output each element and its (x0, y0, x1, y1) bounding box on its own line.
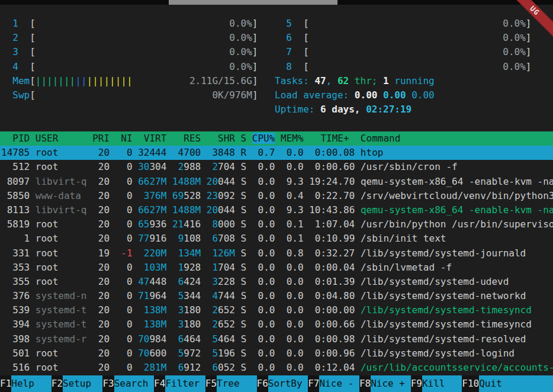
text-segment: 052 S 0.0 0.0 0:12.04 (218, 362, 361, 373)
process-row-376[interactable]: 376 systemd-n 20 0 71964 5344 4744 S 0.0… (0, 289, 553, 303)
text-segment: S 0.0 0.8 0:32.27 /lib/systemd/systemd-j… (235, 248, 526, 259)
column-header-sort-cpu[interactable]: CPU% (252, 133, 275, 144)
text-segment: 708 S 0.0 0.1 0:10.99 /sbin/init text (218, 233, 446, 244)
text-segment: 912 (184, 362, 212, 373)
column-headers[interactable]: PID USER PRI NI VIRT RES SHR S (1, 133, 252, 144)
text-segment: 0.0% (503, 18, 526, 29)
text-segment: 0.0% (229, 32, 252, 43)
text-segment: 5 (212, 333, 218, 345)
fkey-f10-quit[interactable]: F10Quit (462, 375, 501, 392)
text-segment: 376 (1, 290, 36, 301)
function-key-bar: F1Help F2Setup F3Search F4Filter F5Tree … (0, 375, 553, 392)
text-segment: Load average: (275, 89, 355, 101)
text-segment (201, 204, 207, 216)
process-row-394[interactable]: 394 systemd-t 20 0 138M 3180 2652 S 0.0 … (0, 317, 553, 332)
text-segment: 355 root 20 0 (1, 276, 138, 287)
text-segment (166, 176, 172, 187)
text-segment (1, 75, 12, 86)
process-row-8113[interactable]: 8113 libvirt-q 20 0 6627M 1488M 20044 S … (0, 203, 553, 217)
process-row-516[interactable]: 516 root 20 0 281M 6912 6052 S 0.0 0.0 0… (0, 361, 553, 375)
text-segment (201, 248, 212, 259)
text-segment (166, 190, 172, 201)
process-row-512[interactable]: 512 root 20 0 30304 2988 2704 S 0.0 0.0 … (0, 160, 553, 174)
text-segment: 2.11G/15.6G (189, 75, 252, 86)
htop-terminal-window: UG 1 [ 0.0%] 2 [ 0.0%] 3 [ 0.0%] 4 [ 0.0… (0, 0, 553, 392)
text-segment: 2 (212, 319, 218, 330)
text-segment: 916 (149, 233, 178, 244)
text-segment: 972 (184, 348, 212, 359)
process-row-398[interactable]: 398 systemd-r 20 0 70984 6464 5464 S 0.0… (0, 332, 553, 346)
text-segment: 138M (144, 304, 167, 316)
process-row-5850[interactable]: 5850 www-data 20 0 376M 69528 23092 S 0.… (0, 189, 553, 203)
text-segment: 77 (138, 233, 149, 244)
column-headers[interactable]: MEM% TIME+ Command (275, 133, 400, 144)
text-segment: 6 (212, 362, 218, 373)
fkey-action-label: Nice + (371, 375, 410, 392)
text-segment: 304 (149, 161, 178, 172)
text-segment: 0.0% (503, 32, 526, 43)
meter-8: 8 [ 0.0%] (275, 60, 532, 74)
text-segment: 516 root 20 0 (1, 362, 144, 373)
process-row-331[interactable]: 331 root 19 -1 220M 134M 126M S 0.0 0.8 … (0, 246, 553, 261)
process-table: PID USER PRI NI VIRT RES SHR S CPU% MEM%… (0, 131, 553, 375)
fkey-key-label: F5 (205, 375, 217, 392)
text-segment: 464 (184, 333, 212, 345)
fkey-f7-nice-[interactable]: F7Nice - (308, 375, 359, 392)
text-segment: 600 (149, 348, 178, 359)
text-segment: 0.0% (229, 61, 252, 72)
meter-1: 1 [ 0.0%] (1, 17, 258, 31)
process-row-353[interactable]: 353 root 20 0 103M 1928 1704 S 0.0 0.0 0… (0, 261, 553, 275)
text-segment (36, 46, 230, 57)
text-segment: 2 (212, 304, 218, 316)
process-row-8097[interactable]: 8097 libvirt-q 20 0 6627M 1488M 20044 S … (0, 175, 553, 189)
process-rows: 14785 root 20 0 32444 4700 3848 R 0.7 0.… (0, 146, 553, 375)
fkey-f5-tree[interactable]: F5Tree (205, 375, 257, 392)
text-segment: 652 S 0.0 0.0 0:00.66 /lib/systemd/syste… (218, 319, 532, 330)
process-table-header[interactable]: PID USER PRI NI VIRT RES SHR S CPU% MEM%… (0, 131, 553, 146)
meter-6: 6 [ 0.0%] (275, 31, 532, 45)
process-row-539[interactable]: 539 systemd-t 20 0 138M 3180 2652 S 0.0 … (0, 303, 553, 317)
text-segment: 126M (212, 248, 235, 259)
window-tab-handle[interactable] (169, 0, 337, 5)
fkey-f1-help[interactable]: F1Help (0, 375, 52, 392)
process-row-1[interactable]: 1 root 20 0 77916 9108 6708 S 0.0 0.1 0:… (0, 232, 553, 246)
text-segment: 23 (207, 190, 218, 201)
text-segment: [ (18, 61, 36, 72)
text-segment: 1488M (172, 204, 201, 216)
fkey-f2-setup[interactable]: F2Setup (52, 375, 103, 392)
text-segment: 2 (12, 32, 18, 43)
text-segment: 20 0 (87, 319, 144, 330)
text-segment: 5 (212, 348, 218, 359)
text-segment: 539 (1, 304, 36, 316)
text-segment: 3 (178, 319, 184, 330)
fkey-f9-kill[interactable]: F9Kill (411, 375, 462, 392)
window-top-strip (0, 0, 553, 5)
text-segment: 220M (144, 248, 167, 259)
text-segment: 20 0 (87, 290, 139, 301)
text-segment: , (326, 75, 337, 86)
text-segment: 20 (207, 204, 218, 216)
process-row-355[interactable]: 355 root 20 0 47448 6424 3228 S 0.0 0.0 … (0, 275, 553, 289)
process-row-14785[interactable]: 14785 root 20 0 32444 4700 3848 R 0.7 0.… (0, 146, 553, 160)
text-segment: 964 (149, 290, 178, 301)
fkey-f6-sortby[interactable]: F6SortBy (257, 375, 308, 392)
fkey-f4-filter[interactable]: F4Filter (154, 375, 205, 392)
text-segment: 3 (178, 304, 184, 316)
text-segment: 8097 (1, 176, 36, 187)
process-row-5819[interactable]: 5819 root 20 0 65936 21416 8000 S 0.0 0.… (0, 217, 553, 232)
fkey-f3-search[interactable]: F3Search (102, 375, 154, 392)
text-segment: 704 S 0.0 0.0 0:00.60 /usr/sbin/cron -f (218, 161, 458, 172)
process-row-501[interactable]: 501 root 20 0 70600 5972 5196 S 0.0 0.0 … (0, 346, 553, 361)
text-segment: 138M (144, 319, 167, 330)
text-segment (275, 61, 286, 72)
text-segment: 20 0 (87, 190, 144, 201)
text-segment (201, 176, 207, 187)
text-segment: qemu-system-x86_64 -enable-kvm -na (361, 204, 553, 216)
text-segment: libvirt-q (36, 176, 87, 187)
fkey-f8-nice-[interactable]: F8Nice + (359, 375, 411, 392)
text-segment: 424 (184, 276, 212, 287)
text-segment (166, 248, 178, 259)
text-segment: 0K/976M (212, 89, 252, 101)
text-segment: ] (252, 32, 258, 43)
text-segment: ] (526, 46, 532, 57)
